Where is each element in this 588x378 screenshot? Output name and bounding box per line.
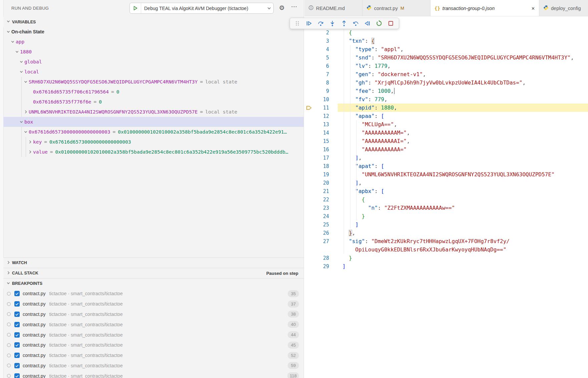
code-line-19[interactable]: 19 "UNML6W5NVHRIKTEOZAA4NI2SWQROSGNFNY2Q… bbox=[304, 170, 588, 179]
chevron-right-icon[interactable] bbox=[27, 140, 33, 144]
chevron-right-icon[interactable] bbox=[23, 110, 29, 114]
gutter[interactable]: 6 bbox=[304, 62, 338, 70]
step-back-icon[interactable] bbox=[351, 19, 360, 28]
tree-row-key[interactable]: key=0x67616d65730000000000000003 bbox=[3, 137, 304, 147]
breakpoint-row[interactable]: contract.pytictactoe · smart_contracts/t… bbox=[3, 340, 304, 350]
code-line-7[interactable]: 7 "gen": "dockernet-v1", bbox=[304, 70, 588, 78]
tree-row-local[interactable]: local bbox=[3, 67, 304, 77]
code-line-5[interactable]: 5 "snd": "SRH6D7XU2N6WQQ5SSYDQFG5ESO6JWE… bbox=[304, 53, 588, 62]
more-actions-icon[interactable]: ⋯ bbox=[291, 3, 297, 10]
gutter[interactable]: 29 bbox=[304, 262, 338, 270]
code-line-26[interactable]: 26 }, bbox=[304, 229, 588, 237]
tab-contract-py[interactable]: contract.pyM bbox=[362, 0, 430, 16]
chevron-down-icon[interactable] bbox=[23, 130, 29, 134]
gutter[interactable]: 25 bbox=[304, 220, 338, 229]
gutter[interactable]: 15 bbox=[304, 137, 338, 145]
code-line-14[interactable]: 14 "AAAAAAAAAAM=", bbox=[304, 129, 588, 137]
code-line-16[interactable]: 16 "AAAAAAAAAAA=" bbox=[304, 145, 588, 154]
tree-row-app[interactable]: app bbox=[3, 37, 304, 47]
breakpoint-row[interactable]: contract.pytictactoe · smart_contracts/t… bbox=[3, 361, 304, 371]
breakpoints-section-header[interactable]: BREAKPOINTS bbox=[3, 278, 304, 289]
gutter[interactable]: 28 bbox=[304, 254, 338, 262]
breakpoint-row[interactable]: contract.pytictactoe · smart_contracts/t… bbox=[3, 350, 304, 361]
tree-row-0x67616d6573[interactable]: 0x67616d65730000000000000003=0x010000000… bbox=[3, 127, 304, 137]
chevron-down-icon[interactable] bbox=[18, 60, 24, 64]
breakpoint-checkbox[interactable] bbox=[14, 291, 20, 296]
chevron-down-icon[interactable] bbox=[14, 50, 20, 54]
gutter[interactable]: 26 bbox=[304, 229, 338, 237]
gutter[interactable]: 27 bbox=[304, 237, 338, 245]
gutter[interactable]: 7 bbox=[304, 70, 338, 78]
breakpoint-checkbox[interactable] bbox=[14, 312, 20, 317]
breakpoint-checkbox[interactable] bbox=[14, 353, 20, 358]
code-line-29[interactable]: 29] bbox=[304, 262, 588, 270]
breakpoint-row[interactable]: contract.pytictactoe · smart_contracts/t… bbox=[3, 289, 304, 299]
gutter[interactable]: 13 bbox=[304, 120, 338, 129]
tab-transaction-group-0-json[interactable]: {}transaction-group-0.json✕ bbox=[430, 0, 539, 16]
code-line-3[interactable]: 3 "txn": { bbox=[304, 37, 588, 45]
breakpoint-row[interactable]: contract.pytictactoe · smart_contracts/t… bbox=[3, 330, 304, 340]
stop-icon[interactable] bbox=[386, 19, 395, 28]
gutter[interactable]: 20 bbox=[304, 179, 338, 187]
gutter[interactable]: 9 bbox=[304, 87, 338, 95]
code-line-27[interactable]: 27 "sig": "DmeWt2zKUkRryc7tHHHapwzLgqUX+… bbox=[304, 237, 588, 245]
tree-row-box[interactable]: box bbox=[3, 117, 304, 127]
call-stack-section-header[interactable]: CALL STACK Paused on step bbox=[3, 268, 304, 278]
watch-section-header[interactable]: WATCH bbox=[3, 257, 304, 268]
gutter[interactable]: 12 bbox=[304, 112, 338, 120]
chevron-down-icon[interactable] bbox=[23, 80, 29, 84]
code-line-18[interactable]: 18 "apat": [ bbox=[304, 162, 588, 170]
step-into-icon[interactable] bbox=[328, 19, 337, 28]
tree-row-global[interactable]: global bbox=[3, 57, 304, 67]
code-line-8[interactable]: 8 "gh": "XrjqMlCpJ6h9h7jyVw0bLvkpzUoWeIA… bbox=[304, 78, 588, 87]
gutter[interactable]: 14 bbox=[304, 129, 338, 137]
gutter[interactable]: 18 bbox=[304, 162, 338, 170]
chevron-down-icon[interactable] bbox=[10, 40, 16, 44]
gutter[interactable]: 5 bbox=[304, 53, 338, 62]
step-over-icon[interactable] bbox=[316, 19, 325, 28]
code-line-23[interactable]: 23 "n": "Z2FtZXMAAAAAAAAAAw==" bbox=[304, 204, 588, 212]
tab-deploy-config[interactable]: deploy_config bbox=[539, 0, 588, 16]
breakpoint-checkbox[interactable] bbox=[14, 301, 20, 307]
breakpoint-row[interactable]: contract.pytictactoe · smart_contracts/t… bbox=[3, 371, 304, 378]
gutter[interactable]: 19 bbox=[304, 170, 338, 179]
code-line-6[interactable]: 6 "lv": 1779, bbox=[304, 62, 588, 70]
code-line-25[interactable]: 25 ] bbox=[304, 220, 588, 229]
breakpoint-checkbox[interactable] bbox=[14, 373, 20, 378]
code-line-12[interactable]: 12 "apaa": [ bbox=[304, 112, 588, 120]
code-line-2[interactable]: 2 { bbox=[304, 28, 588, 37]
close-icon[interactable]: ✕ bbox=[529, 6, 535, 11]
breakpoint-checkbox[interactable] bbox=[14, 363, 20, 368]
breakpoint-row[interactable]: contract.pytictactoe · smart_contracts/t… bbox=[3, 319, 304, 330]
gutter[interactable]: 10 bbox=[304, 95, 338, 104]
code-line-13[interactable]: 13 "MCLUgA==", bbox=[304, 120, 588, 129]
code-line-10[interactable]: 10 "fv": 779, bbox=[304, 95, 588, 104]
tree-row-1880[interactable]: 1880 bbox=[3, 47, 304, 57]
code-line-11[interactable]: 11 "apid": 1880, bbox=[304, 104, 588, 112]
code-line-21[interactable]: 21 "apbx": [ bbox=[304, 187, 588, 195]
code-line-wrap[interactable]: OpiLouqyG0kkEDLBNlsr6RxXJbu6arKwyoyqHUbN… bbox=[304, 245, 588, 254]
gutter[interactable]: 2 bbox=[304, 28, 338, 37]
chevron-down-icon[interactable] bbox=[18, 70, 24, 74]
gutter[interactable]: 23 bbox=[304, 204, 338, 212]
breakpoint-checkbox[interactable] bbox=[14, 322, 20, 327]
gutter[interactable]: 11 bbox=[304, 104, 338, 112]
gutter[interactable]: 24 bbox=[304, 212, 338, 220]
code-line-9[interactable]: 9 "fee": 1000, bbox=[304, 87, 588, 95]
code-line-4[interactable]: 4 "type": "appl", bbox=[304, 45, 588, 53]
chevron-right-icon[interactable] bbox=[27, 150, 33, 154]
breakpoint-row[interactable]: contract.pytictactoe · smart_contracts/t… bbox=[3, 309, 304, 320]
gutter[interactable]: 22 bbox=[304, 195, 338, 204]
chevron-down-icon[interactable] bbox=[5, 30, 11, 34]
editor-code-area[interactable]: 2 {3 "txn": {4 "type": "appl",5 "snd": "… bbox=[304, 16, 588, 378]
tree-row-0x67616d6573[interactable]: 0x67616d65735f706c61796564=0 bbox=[3, 87, 304, 97]
variables-section-header[interactable]: VARIABLES bbox=[3, 17, 304, 27]
gutter[interactable]: 21 bbox=[304, 187, 338, 195]
chevron-down-icon[interactable] bbox=[18, 120, 24, 124]
code-line-17[interactable]: 17 ], bbox=[304, 154, 588, 162]
tree-row-srh6d7xu2n6w[interactable]: SRH6D7XU2N6WQQ5SSYDQFG5ESO6JWEQIDPGLUGYC… bbox=[3, 77, 304, 87]
tree-row-on-chain-state[interactable]: On-chain State bbox=[3, 27, 304, 37]
gutter[interactable]: 17 bbox=[304, 154, 338, 162]
gutter[interactable]: 16 bbox=[304, 145, 338, 154]
tree-row-unml6w5nvhri[interactable]: UNML6W5NVHRIKTEOZAA4NI2SWQROSGNFNY2QS523… bbox=[3, 107, 304, 117]
